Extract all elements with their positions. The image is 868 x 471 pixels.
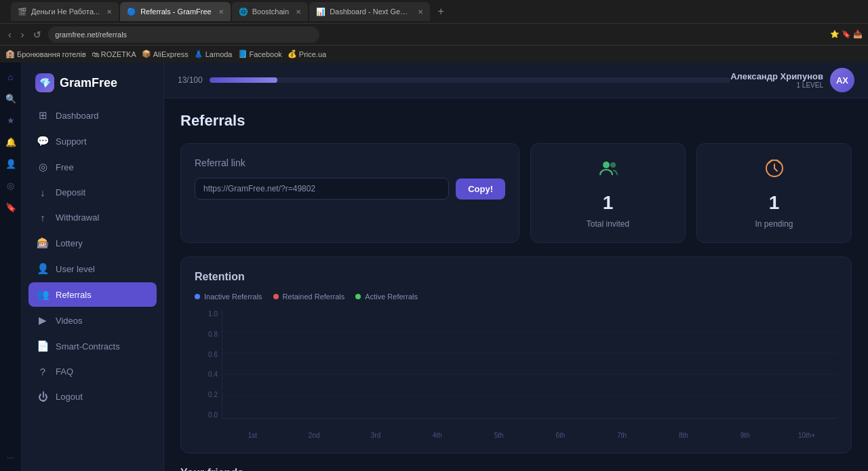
forward-button[interactable]: › bbox=[18, 28, 27, 41]
tab-label-2: Referrals - GramFree bbox=[140, 7, 212, 16]
deposit-icon: ↓ bbox=[37, 187, 49, 198]
tab-favicon-3: 🌐 bbox=[239, 7, 248, 16]
tab-close-4[interactable]: ✕ bbox=[418, 8, 423, 16]
tab-close-1[interactable]: ✕ bbox=[106, 8, 112, 16]
x-label-3: 3rd bbox=[345, 429, 407, 439]
page-content: Referrals Referral link Copy! bbox=[164, 98, 868, 471]
referrals-icon: 👥 bbox=[37, 288, 49, 301]
tab-close-2[interactable]: ✕ bbox=[218, 8, 224, 16]
legend-active: Active Referrals bbox=[355, 293, 418, 301]
top-bar: 13/100 Александр Хрипунов 1 LEVEL AX bbox=[164, 62, 868, 98]
sidebar-item-deposit[interactable]: ↓ Deposit bbox=[28, 181, 157, 204]
tab-1[interactable]: 🎬 Деньги Не Работа... ✕ bbox=[11, 2, 119, 21]
legend-label-retained: Retained Referrals bbox=[283, 293, 345, 301]
logo-icon: 💎 bbox=[35, 73, 54, 92]
tab-4[interactable]: 📊 Dashboard - Next Generat... ✕ bbox=[309, 2, 430, 21]
main-content: 13/100 Александр Хрипунов 1 LEVEL AX Ref… bbox=[164, 62, 868, 471]
total-invited-label: Total invited bbox=[587, 219, 629, 229]
sidebar: 💎 GramFree ⊞ Dashboard 💬 Support ◎ Free … bbox=[22, 62, 164, 471]
referral-url-input[interactable] bbox=[195, 178, 449, 200]
bookmark-ali[interactable]: 📦 AliExpress bbox=[142, 50, 189, 58]
videos-icon: ▶ bbox=[37, 314, 49, 326]
bookmark-label-rozetka: ROZETKA bbox=[101, 50, 136, 58]
new-tab-button[interactable]: + bbox=[431, 2, 450, 21]
url-box[interactable]: gramfree.net/referrals bbox=[48, 26, 319, 43]
bookmark-label-lamoda: Lamoda bbox=[205, 50, 233, 58]
side-icon-person[interactable]: 👤 bbox=[3, 156, 18, 171]
logout-icon: ⏻ bbox=[37, 391, 49, 402]
support-icon: 💬 bbox=[37, 135, 49, 147]
logo-text: GramFree bbox=[60, 76, 117, 90]
copy-button[interactable]: Copy! bbox=[456, 178, 505, 200]
bookmark-icon-rozetka: 🛍 bbox=[92, 50, 99, 58]
bookmark-price[interactable]: 💰 Price.ua bbox=[288, 50, 326, 58]
tab-label-3: Boostchain bbox=[252, 7, 289, 16]
faq-icon: ? bbox=[37, 366, 49, 377]
side-icon-bookmark[interactable]: 🔖 bbox=[3, 200, 18, 214]
sidebar-item-support[interactable]: 💬 Support bbox=[28, 129, 157, 153]
user-avatar[interactable]: AX bbox=[830, 68, 854, 92]
chart-area: 0.0 0.2 0.4 0.6 0.8 1.0 bbox=[195, 310, 837, 439]
user-level: 1 LEVEL bbox=[730, 81, 823, 89]
sidebar-item-videos[interactable]: ▶ Videos bbox=[28, 308, 157, 333]
sidebar-label-videos: Videos bbox=[56, 316, 83, 326]
sidebar-item-faq[interactable]: ? FAQ bbox=[28, 360, 157, 383]
legend-label-inactive: Inactive Referrals bbox=[204, 293, 262, 301]
x-label-10: 10th+ bbox=[776, 429, 837, 439]
x-label-7: 7th bbox=[591, 429, 653, 439]
page-title: Referrals bbox=[180, 112, 852, 130]
sidebar-item-referrals[interactable]: 👥 Referrals bbox=[28, 282, 157, 307]
dashboard-icon: ⊞ bbox=[37, 109, 49, 121]
bookmarks-bar: 🏨 Бронювання готелів 🛍 ROZETKA 📦 AliExpr… bbox=[0, 45, 868, 62]
back-button[interactable]: ‹ bbox=[5, 28, 14, 41]
bookmark-hotels[interactable]: 🏨 Бронювання готелів bbox=[5, 50, 86, 58]
sidebar-item-dashboard[interactable]: ⊞ Dashboard bbox=[28, 103, 157, 128]
tab-label-4: Dashboard - Next Generat... bbox=[330, 7, 411, 16]
bookmark-label-hotels: Бронювання готелів bbox=[17, 50, 86, 58]
in-pending-label: In pending bbox=[755, 219, 793, 229]
sidebar-label-lottery: Lottery bbox=[56, 238, 83, 248]
bookmark-icon-price: 💰 bbox=[288, 50, 297, 58]
bookmark-icon-hotels: 🏨 bbox=[5, 50, 15, 58]
total-invited-icon bbox=[597, 157, 619, 184]
sidebar-item-free[interactable]: ◎ Free bbox=[28, 155, 157, 179]
y-label-10: 1.0 bbox=[195, 310, 218, 318]
side-icon-circle[interactable]: ◎ bbox=[3, 178, 18, 193]
sidebar-label-dashboard: Dashboard bbox=[56, 111, 99, 121]
reload-button[interactable]: ↺ bbox=[31, 28, 44, 41]
sidebar-logo: 💎 GramFree bbox=[22, 62, 163, 103]
user-name-section: Александр Хрипунов 1 LEVEL bbox=[730, 71, 823, 89]
tab-2[interactable]: 🔵 Referrals - GramFree ✕ bbox=[120, 2, 231, 21]
sidebar-item-logout[interactable]: ⏻ Logout bbox=[28, 385, 157, 409]
tab-bar: 🎬 Деньги Не Работа... ✕ 🔵 Referrals - Gr… bbox=[0, 0, 868, 23]
bookmark-rozetka[interactable]: 🛍 ROZETKA bbox=[92, 50, 136, 58]
side-icon-bell[interactable]: 🔔 bbox=[3, 134, 18, 149]
sidebar-label-free: Free bbox=[56, 162, 74, 172]
bookmark-facebook[interactable]: 📘 Facebook bbox=[238, 50, 282, 58]
sidebar-label-smart-contracts: Smart-Contracts bbox=[56, 341, 120, 352]
y-label-6: 0.6 bbox=[195, 351, 218, 358]
browser-icons-right: ⭐ 🔖 📥 bbox=[830, 30, 863, 39]
sidebar-item-lottery[interactable]: 🎰 Lottery bbox=[28, 231, 157, 255]
side-icon-more[interactable]: ··· bbox=[3, 449, 18, 464]
free-icon: ◎ bbox=[37, 161, 49, 173]
side-icon-search[interactable]: 🔍 bbox=[3, 91, 18, 106]
sidebar-item-withdrawal[interactable]: ↑ Withdrawal bbox=[28, 206, 157, 229]
x-label-5: 5th bbox=[468, 429, 530, 439]
side-icon-star[interactable]: ★ bbox=[3, 113, 18, 128]
bookmark-lamoda[interactable]: 👗 Lamoda bbox=[194, 50, 233, 58]
chart-x-axis: 1st 2nd 3rd 4th 5th 6th 7th 8th 9th 10th… bbox=[222, 429, 837, 439]
sidebar-label-logout: Logout bbox=[56, 392, 83, 402]
bookmark-label-ali: AliExpress bbox=[153, 50, 189, 58]
x-label-1: 1st bbox=[222, 429, 283, 439]
tab-3[interactable]: 🌐 Boostchain ✕ bbox=[232, 2, 308, 21]
x-label-4: 4th bbox=[406, 429, 468, 439]
chart-y-axis: 0.0 0.2 0.4 0.6 0.8 1.0 bbox=[195, 310, 218, 419]
sidebar-item-smart-contracts[interactable]: 📄 Smart-Contracts bbox=[28, 334, 157, 358]
sidebar-label-referrals: Referrals bbox=[56, 290, 92, 300]
side-icon-home[interactable]: ⌂ bbox=[3, 69, 18, 84]
legend-dot-active bbox=[355, 294, 361, 299]
sidebar-item-user-level[interactable]: 👤 User level bbox=[28, 257, 157, 281]
in-pending-icon bbox=[764, 157, 785, 184]
tab-close-3[interactable]: ✕ bbox=[296, 8, 301, 16]
